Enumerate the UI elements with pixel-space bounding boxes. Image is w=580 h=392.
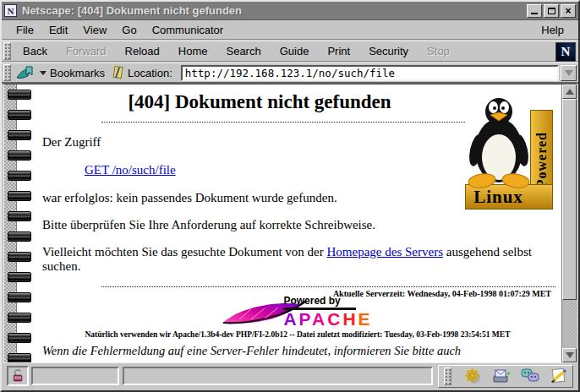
titlebar[interactable]: N Netscape: [404] Dokument nicht gefunde… [2,2,578,20]
scroll-down-button[interactable] [562,348,577,362]
bookmarks-dropdown-icon [40,71,47,75]
component-bar-grip[interactable] [444,368,451,385]
binding-ring [8,110,31,120]
mailbox-icon[interactable] [491,368,512,385]
chevron-down-icon [565,70,573,76]
arrow-down-icon [566,352,574,358]
scrollbar-thumb[interactable] [562,99,577,300]
page-title: [404] Dokument nicht gefunden [42,91,477,113]
print-button[interactable]: Print [318,42,359,60]
badge-linux-label: Linux [466,187,531,208]
apache-wordmark: Powered by APACHE [283,295,372,328]
linux-powered-badge: Powered Linux [465,95,553,210]
suggestion-text: Vielleicht möchten Sie das gesuchte Doku… [42,245,553,274]
navigator-icon[interactable] [462,368,483,385]
apache-letter: A [283,309,298,329]
apache-letter: E [358,309,373,329]
webmaster-note-pre: Wenn die Fehlermeldung auf eine Server-F… [42,344,461,357]
error-page: Powered Linux [32,84,560,362]
open-lock-icon [11,368,25,384]
home-button[interactable]: Home [169,42,217,60]
url-dropdown-button[interactable] [561,65,577,81]
composer-icon[interactable] [549,368,569,385]
webmaster-note: Wenn die Fehlermeldung auf eine Server-F… [42,343,553,362]
component-bar [438,365,573,388]
arrow-up-icon [566,89,574,95]
apache-letter: A [312,309,327,329]
discussions-icon[interactable] [520,368,540,385]
security-button[interactable]: Security [359,42,418,60]
apache-letter: C [327,309,342,329]
menu-help[interactable]: Help [533,21,572,39]
location-bar: Bookmarks Location: [2,63,578,84]
location-icon [112,65,124,80]
suggestion-pre: Vielleicht möchten Sie das gesuchte Doku… [42,245,327,259]
guide-button[interactable]: Guide [271,42,319,60]
tux-penguin-icon [467,95,531,189]
netscape-window: N Netscape: [404] Dokument nicht gefunde… [0,0,580,392]
binding-ring [8,272,31,282]
binding-ring [8,292,31,302]
locationbar-grip[interactable] [3,64,11,81]
bookmarks-label: Bookmarks [50,67,105,79]
menu-edit[interactable]: Edit [41,21,75,39]
netscape-logo-icon[interactable]: N [555,42,576,62]
apache-powered-by: Powered by [283,295,356,310]
menu-view[interactable]: View [75,21,114,39]
location-input[interactable] [181,65,559,81]
menubar: File Edit View Go Communicator Help [2,21,578,40]
close-button[interactable]: × [561,4,576,18]
close-icon: × [565,6,571,16]
apache-logo: Powered by APACHE [42,299,553,328]
homepage-link[interactable]: Homepage des Servers [327,245,443,259]
location-label: Location: [128,67,172,79]
browser-viewport: Powered Linux [3,84,577,362]
forward-button: Forward [57,42,116,60]
progress-area [31,367,119,385]
apache-letter: P [299,309,312,329]
bookmark-icon [15,65,36,81]
binding-ring [8,333,31,343]
binding-ring [8,90,31,100]
apache-version-info: Natürlich verwenden wir Apache/1.3b4-dev… [42,330,553,339]
menu-communicator[interactable]: Communicator [145,21,232,39]
binding-ring [8,252,31,262]
apache-name: APACHE [283,310,372,328]
binding-ring [8,150,31,161]
stop-button: Stop [418,42,459,60]
minimize-button[interactable] [527,4,542,18]
dotted-divider [101,286,555,287]
status-message-area [123,367,433,385]
binding-ring [8,171,31,181]
dotted-divider [101,122,465,122]
search-button[interactable]: Search [216,42,270,60]
back-button[interactable]: Back [14,42,57,60]
reload-button[interactable]: Reload [116,42,169,60]
binding-ring [8,211,31,221]
binding-ring [8,353,31,362]
status-bar [3,362,577,389]
vertical-scrollbar[interactable] [561,84,577,362]
minimize-icon [531,13,538,14]
binding-ring [8,130,31,140]
binding-ring [8,191,31,201]
maximize-button[interactable] [544,4,559,18]
request-link[interactable]: GET /no/such/file [85,163,176,177]
window-title: Netscape: [404] Dokument nicht gefunden [22,4,525,17]
bookmarks-button[interactable]: Bookmarks [14,64,110,82]
binding-ring [8,231,31,242]
window-netscape-icon: N [4,4,17,17]
navigation-toolbar: Back Forward Reload Home Search Guide Pr… [2,41,578,62]
location-proxy-button[interactable]: Location: [110,64,178,81]
badge-powered-label: Powered [534,132,550,188]
apache-letter: H [342,309,358,329]
menu-file[interactable]: File [8,21,41,39]
security-indicator-button[interactable] [7,366,29,386]
maximize-icon [548,8,555,14]
binding-ring [8,313,31,323]
menu-go[interactable]: Go [114,21,144,39]
advice-text: Bitte überprüfen Sie Ihre Anforderung au… [42,218,553,232]
scroll-up-button[interactable] [562,84,577,99]
toolbar-grip[interactable] [3,42,11,60]
